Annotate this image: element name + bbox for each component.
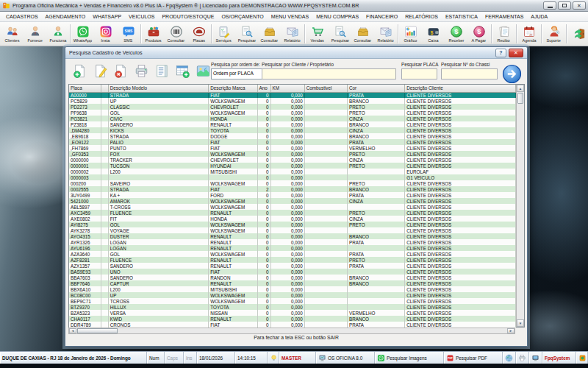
table-cell[interactable]: AYO4315 xyxy=(69,233,101,239)
table-row[interactable]: AYI8275GOLWOLKSWAGEM00,000PRETOCLIENTE D… xyxy=(69,222,516,227)
grid-column-header[interactable]: Placa xyxy=(69,85,101,92)
table-cell[interactable]: 0000000 xyxy=(69,157,101,163)
toolbar-funciona-button[interactable]: Funciona xyxy=(46,22,69,46)
table-cell[interactable]: RENAULT xyxy=(209,245,257,251)
table-cell[interactable]: WOLKSWAGEM xyxy=(209,151,257,157)
table-cell[interactable]: CLIENTE DIVERSOS xyxy=(405,163,516,169)
table-cell[interactable] xyxy=(101,139,108,145)
table-row[interactable]: 000000300,000G1 VEICULO xyxy=(69,174,516,180)
table-cell[interactable]: CLIENTE DIVERSOS xyxy=(405,139,516,145)
table-cell[interactable]: T-CROSS xyxy=(108,204,209,210)
table-row[interactable]: PF9638GOLWOLKSWAGEM00,000PRETOCLIENTE DI… xyxy=(69,110,516,116)
table-cell[interactable]: VERMELHO xyxy=(348,145,405,151)
table-cell[interactable] xyxy=(101,233,108,239)
table-cell[interactable]: TOYOTA xyxy=(209,304,257,310)
table-cell[interactable]: 0 xyxy=(257,304,270,310)
table-cell[interactable]: RENAULT xyxy=(209,239,257,245)
table-cell[interactable] xyxy=(101,210,108,216)
table-cell[interactable]: PRATA xyxy=(348,263,405,269)
table-cell[interactable]: UNO xyxy=(108,269,209,275)
table-cell[interactable]: PRETO xyxy=(348,151,405,157)
table-cell[interactable] xyxy=(304,186,347,192)
table-cell[interactable]: TRACKER xyxy=(108,157,209,163)
table-cell[interactable]: PD2273 xyxy=(69,104,101,110)
toolbar-exit-button[interactable] xyxy=(567,22,588,46)
table-cell[interactable]: KA + xyxy=(108,192,209,198)
table-cell[interactable]: 0 xyxy=(257,239,270,245)
notes-button[interactable] xyxy=(153,62,171,80)
table-cell[interactable]: 0,000 xyxy=(270,192,304,198)
table-cell[interactable] xyxy=(304,316,347,322)
table-cell[interactable]: 0,000 xyxy=(270,322,304,328)
table-cell[interactable]: AYU6196 xyxy=(69,245,101,251)
table-cell[interactable]: 0,000 xyxy=(270,257,304,263)
table-row[interactable]: BZA5323VERSANISSAN00,000VERMELHOCLIENTE … xyxy=(69,310,516,316)
table-cell[interactable]: DDR4789 xyxy=(69,322,101,328)
table-cell[interactable] xyxy=(304,251,347,257)
table-cell[interactable]: CLIENTE DIVERSOS xyxy=(405,92,516,98)
table-cell[interactable]: 0 xyxy=(257,298,270,304)
table-cell[interactable]: CLIENTE DIVERSOS xyxy=(405,216,516,222)
table-cell[interactable]: WOLKSWAGEM xyxy=(209,204,257,210)
table-cell[interactable]: CLIENTE DIVERSOS xyxy=(405,157,516,163)
toolbar-recibo-button[interactable]: Recibo xyxy=(492,22,515,46)
table-cell[interactable]: CLIENTE DIVERSOS xyxy=(405,121,516,127)
table-cell[interactable]: 0000001 xyxy=(69,163,101,169)
table-cell[interactable]: 0,000 xyxy=(270,233,304,239)
print-button[interactable] xyxy=(132,62,151,80)
table-cell[interactable]: RENAULT xyxy=(209,263,257,269)
table-cell[interactable]: CINZA xyxy=(348,157,405,163)
table-cell[interactable]: 0,000 xyxy=(270,286,304,292)
table-cell[interactable] xyxy=(101,304,108,310)
table-row[interactable]: AYO4315DUSTERRENAULT00,000BRANCOCLIENTE … xyxy=(69,233,516,239)
table-cell[interactable]: ABL5897 xyxy=(69,204,101,210)
table-cell[interactable]: FORD xyxy=(209,192,257,198)
menu-agendamento[interactable]: AGENDAMENTO xyxy=(42,14,90,19)
table-cell[interactable]: 0,000 xyxy=(270,133,304,139)
table-cell[interactable] xyxy=(304,198,347,204)
table-cell[interactable]: BRANCO xyxy=(348,233,405,239)
table-cell[interactable] xyxy=(101,92,108,98)
horizontal-scroll-track[interactable] xyxy=(118,328,507,333)
table-cell[interactable] xyxy=(348,269,405,275)
table-cell[interactable]: PRETO xyxy=(348,104,405,110)
table-cell[interactable]: BRANCO xyxy=(348,133,405,139)
table-cell[interactable] xyxy=(304,192,347,198)
table-cell[interactable]: 0,000 xyxy=(270,292,304,298)
toolbar-relat-rio-button[interactable]: Relatório xyxy=(281,22,304,46)
table-cell[interactable]: 0,000 xyxy=(270,98,304,104)
table-cell[interactable] xyxy=(304,127,347,133)
vertical-scrollbar[interactable]: ▲ ▼ xyxy=(516,85,524,327)
table-cell[interactable]: FIAT xyxy=(209,186,257,192)
table-cell[interactable] xyxy=(101,204,108,210)
table-cell[interactable] xyxy=(304,263,347,269)
table-cell[interactable]: 0,000 xyxy=(270,251,304,257)
table-cell[interactable] xyxy=(304,204,347,210)
table-cell[interactable]: HYUNDAI xyxy=(209,163,257,169)
table-cell[interactable]: 0000003 xyxy=(69,174,101,180)
table-row[interactable]: BC08C00UPWOLKSWAGEM00,000CLIENTE DIVERSO… xyxy=(69,292,516,298)
table-cell[interactable] xyxy=(304,145,347,151)
placa-search-input[interactable] xyxy=(401,68,437,79)
table-cell[interactable]: FOX xyxy=(108,151,209,157)
table-cell[interactable]: CLIENTE DIVERSOS xyxy=(405,310,516,316)
status-search-pdf-button[interactable]: PDFPesquisar PDF xyxy=(444,352,503,364)
table-cell[interactable]: CLIENTE DIVERSOS xyxy=(405,286,516,292)
toolbar-receber-button[interactable]: $Receber xyxy=(445,22,467,46)
table-cell[interactable]: CINZA xyxy=(348,198,405,204)
table-cell[interactable] xyxy=(348,286,405,292)
table-cell[interactable] xyxy=(304,269,347,275)
table-row[interactable]: AYR1326LOGANRENAULT00,000PRATACLIENTE DI… xyxy=(69,239,516,245)
table-cell[interactable]: RENAULT xyxy=(209,280,257,286)
table-cell[interactable]: 0 xyxy=(257,198,270,204)
table-cell[interactable]: FLUENCE xyxy=(108,257,209,263)
table-row[interactable]: BTZ9370HILLUXTOYOTA00,000CLIENTE DIVERSO… xyxy=(69,304,516,310)
table-cell[interactable]: CLIENTE DIVERSOS xyxy=(405,192,516,198)
table-row[interactable]: BEP9C71TCROSSWOLKSWAGEM00,000CLIENTE DIV… xyxy=(69,298,516,304)
table-cell[interactable]: 0 xyxy=(257,180,270,186)
table-cell[interactable]: PF9638 xyxy=(69,110,101,116)
table-cell[interactable]: AXE0802 xyxy=(69,216,101,222)
table-cell[interactable] xyxy=(101,198,108,204)
table-cell[interactable]: CLIENTE DIVERSOS xyxy=(405,186,516,192)
table-cell[interactable]: CLIENTE DIVERSOS xyxy=(405,116,516,121)
